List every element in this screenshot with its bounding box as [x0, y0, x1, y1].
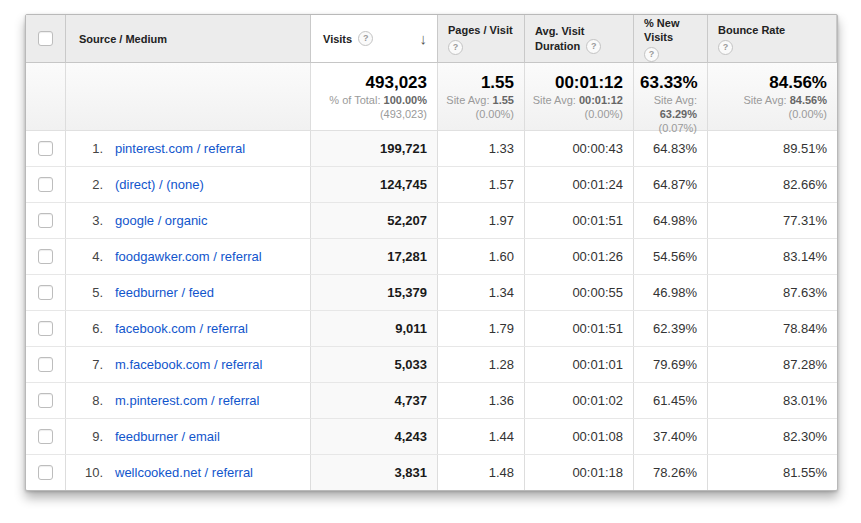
row-checkbox[interactable]	[38, 177, 53, 192]
row-pages-value: 1.48	[438, 455, 525, 490]
help-icon[interactable]: ?	[644, 47, 659, 62]
avg-visit-duration-header-label-line2: Duration	[535, 39, 580, 53]
row-check-cell	[26, 419, 66, 454]
visits-total-paren: (493,023)	[317, 107, 427, 121]
row-bounce-value: 81.55%	[708, 455, 837, 490]
row-duration-value: 00:01:08	[525, 419, 634, 454]
source-medium-link[interactable]: facebook.com / referral	[115, 321, 248, 336]
column-header-pages-visit[interactable]: Pages / Visit ?	[438, 15, 525, 63]
row-source-cell: 4. foodgawker.com / referral	[66, 239, 311, 274]
row-checkbox[interactable]	[38, 213, 53, 228]
row-check-cell	[26, 455, 66, 490]
row-check-cell	[26, 203, 66, 238]
row-new-visits-value: 46.98%	[634, 275, 708, 310]
help-icon[interactable]: ?	[448, 40, 463, 55]
column-header-bounce-rate[interactable]: Bounce Rate ?	[708, 15, 837, 63]
source-medium-link[interactable]: m.pinterest.com / referral	[115, 393, 260, 408]
table-header-row: Source / Medium Visits ? ↓ Pages / Visit…	[26, 15, 837, 63]
row-index: 1.	[79, 141, 103, 156]
row-source-cell: 5. feedburner / feed	[66, 275, 311, 310]
summary-visits-cell: 493,023 % of Total: 100.00% (493,023)	[311, 63, 438, 131]
summary-duration-cell: 00:01:12 Site Avg: 00:01:12 (0.00%)	[525, 63, 634, 131]
column-header-avg-visit-duration[interactable]: Avg. Visit Duration ?	[525, 15, 634, 63]
row-duration-value: 00:01:01	[525, 347, 634, 382]
row-check-cell	[26, 167, 66, 202]
row-new-visits-value: 37.40%	[634, 419, 708, 454]
summary-new-visits-cell: 63.33% Site Avg: 63.29% (0.07%)	[634, 63, 708, 131]
table-row: 2. (direct) / (none) 124,745 1.57 00:01:…	[26, 167, 837, 203]
new-visits-avg-subline: Site Avg: 63.29%	[640, 93, 697, 121]
row-index: 5.	[79, 285, 103, 300]
table-row: 7. m.facebook.com / referral 5,033 1.28 …	[26, 347, 837, 383]
pages-avg-subline: Site Avg: 1.55	[444, 93, 514, 107]
row-bounce-value: 87.28%	[708, 347, 837, 382]
source-medium-link[interactable]: pinterest.com / referral	[115, 141, 245, 156]
row-visits-value: 124,745	[311, 167, 438, 202]
help-icon[interactable]: ?	[358, 31, 373, 46]
row-pages-value: 1.79	[438, 311, 525, 346]
source-medium-header-label: Source / Medium	[79, 33, 167, 45]
source-medium-link[interactable]: google / organic	[115, 213, 208, 228]
row-new-visits-value: 79.69%	[634, 347, 708, 382]
table-row: 8. m.pinterest.com / referral 4,737 1.36…	[26, 383, 837, 419]
table-row: 10. wellcooked.net / referral 3,831 1.48…	[26, 455, 837, 490]
column-header-visits[interactable]: Visits ? ↓	[311, 15, 438, 63]
duration-avg-subline: Site Avg: 00:01:12	[531, 93, 623, 107]
row-new-visits-value: 62.39%	[634, 311, 708, 346]
table-row: 4. foodgawker.com / referral 17,281 1.60…	[26, 239, 837, 275]
bounce-avg-paren: (0.00%)	[714, 107, 827, 121]
table-row: 6. facebook.com / referral 9,011 1.79 00…	[26, 311, 837, 347]
row-visits-value: 4,243	[311, 419, 438, 454]
summary-check-cell	[26, 63, 66, 131]
row-pages-value: 1.34	[438, 275, 525, 310]
table-summary-row: 493,023 % of Total: 100.00% (493,023) 1.…	[26, 63, 837, 131]
row-pages-value: 1.44	[438, 419, 525, 454]
source-medium-link[interactable]: m.facebook.com / referral	[115, 357, 262, 372]
pages-avg-paren: (0.00%)	[444, 107, 514, 121]
row-checkbox[interactable]	[38, 321, 53, 336]
row-source-cell: 1. pinterest.com / referral	[66, 131, 311, 166]
row-duration-value: 00:00:55	[525, 275, 634, 310]
row-checkbox[interactable]	[38, 285, 53, 300]
row-bounce-value: 78.84%	[708, 311, 837, 346]
row-pages-value: 1.60	[438, 239, 525, 274]
row-checkbox[interactable]	[38, 465, 53, 480]
help-icon[interactable]: ?	[586, 39, 601, 54]
row-pages-value: 1.97	[438, 203, 525, 238]
column-header-source-medium[interactable]: Source / Medium	[66, 15, 311, 63]
row-check-cell	[26, 311, 66, 346]
row-checkbox[interactable]	[38, 141, 53, 156]
source-medium-link[interactable]: feedburner / email	[115, 429, 220, 444]
source-medium-link[interactable]: (direct) / (none)	[115, 177, 204, 192]
bounce-avg-subline: Site Avg: 84.56%	[714, 93, 827, 107]
row-duration-value: 00:01:18	[525, 455, 634, 490]
row-new-visits-value: 78.26%	[634, 455, 708, 490]
avg-visit-duration-header-label-line1: Avg. Visit	[535, 24, 585, 38]
source-medium-link[interactable]: foodgawker.com / referral	[115, 249, 262, 264]
row-checkbox[interactable]	[38, 357, 53, 372]
analytics-source-medium-table: Source / Medium Visits ? ↓ Pages / Visit…	[25, 14, 838, 491]
row-duration-value: 00:01:26	[525, 239, 634, 274]
column-header-new-visits[interactable]: % New Visits ?	[634, 15, 708, 63]
row-duration-value: 00:01:51	[525, 203, 634, 238]
row-source-cell: 7. m.facebook.com / referral	[66, 347, 311, 382]
header-select-all-cell	[26, 15, 66, 63]
sort-descending-icon[interactable]: ↓	[420, 30, 428, 47]
row-duration-value: 00:00:43	[525, 131, 634, 166]
row-visits-value: 5,033	[311, 347, 438, 382]
row-pages-value: 1.36	[438, 383, 525, 418]
new-visits-avg-value: 63.33%	[640, 72, 697, 93]
row-checkbox[interactable]	[38, 429, 53, 444]
select-all-checkbox[interactable]	[38, 31, 53, 46]
summary-bounce-cell: 84.56% Site Avg: 84.56% (0.00%)	[708, 63, 837, 131]
row-index: 4.	[79, 249, 103, 264]
pages-avg-value: 1.55	[444, 72, 514, 93]
source-medium-link[interactable]: wellcooked.net / referral	[115, 465, 253, 480]
help-icon[interactable]: ?	[718, 40, 733, 55]
source-medium-link[interactable]: feedburner / feed	[115, 285, 214, 300]
table-body: 1. pinterest.com / referral 199,721 1.33…	[26, 131, 837, 490]
row-visits-value: 17,281	[311, 239, 438, 274]
row-checkbox[interactable]	[38, 249, 53, 264]
row-checkbox[interactable]	[38, 393, 53, 408]
row-source-cell: 3. google / organic	[66, 203, 311, 238]
